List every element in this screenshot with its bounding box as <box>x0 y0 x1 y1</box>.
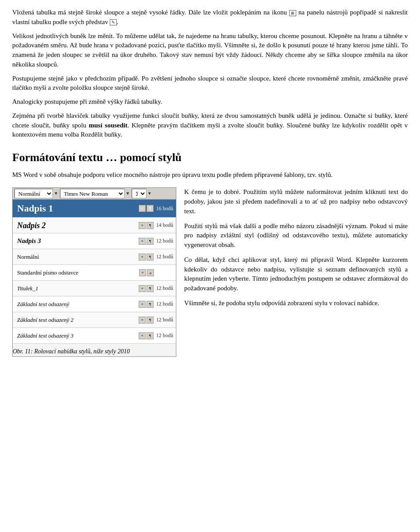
align-icon-zakladni3[interactable]: ≡ <box>139 332 146 339</box>
style-size-nadpis1: 16 bodů <box>156 205 176 212</box>
style-size-nadpis3: 12 bodů <box>156 237 176 245</box>
para-5: Zejména při tvorbě hlaviček tabulky využ… <box>12 111 408 140</box>
style-row-normal[interactable]: Normální ≡ ¶ 12 bodů <box>13 249 176 265</box>
style-rows-list: Nadpis 1 ≡ ¶ 16 bodů Nadpis 2 ≡ ¶ <box>13 200 176 344</box>
section-heading: Formátování textu … pomocí stylů <box>12 149 408 166</box>
style-icons-titulek: ≡ ¶ <box>136 284 156 293</box>
style-panel[interactable]: Normální ▼ Times New Roman ▼ 12 ▼ Nadpis… <box>12 187 176 356</box>
style-size-normal: 12 bodů <box>156 253 176 261</box>
table-icon-inline: ⊞ <box>289 10 296 16</box>
size-dropdown[interactable]: 12 <box>132 189 147 198</box>
style-row-zakladni3[interactable]: Základní text odsazený 3 ≡ ¶ 12 bodů <box>13 328 176 344</box>
align-icon-titulek[interactable]: ≡ <box>139 285 146 292</box>
align-icon-normal[interactable]: ≡ <box>139 254 146 261</box>
right-para-4: Všimněte si, že podoba stylu odpovídá zo… <box>184 299 408 308</box>
two-col-layout: Normální ▼ Times New Roman ▼ 12 ▼ Nadpis… <box>12 187 408 356</box>
style-icons-standard: ≡ a <box>136 268 157 277</box>
char-icon-standard[interactable]: a <box>147 269 154 276</box>
style-label-normal: Normální <box>13 250 136 264</box>
align-icon-nadpis1[interactable]: ≡ <box>139 205 146 212</box>
align-icon-zakladni1[interactable]: ≡ <box>139 301 146 308</box>
style-label-nadpis3: Nadpis 3 <box>13 235 136 248</box>
font-arrow-icon: ▼ <box>126 190 130 197</box>
style-size-zakladni2: 12 bodů <box>156 316 176 324</box>
para-icon-zakladni3[interactable]: ¶ <box>147 332 154 339</box>
style-row-nadpis2[interactable]: Nadpis 2 ≡ ¶ 14 bodů <box>13 218 176 233</box>
style-icons-zakladni3: ≡ ¶ <box>136 331 156 340</box>
bold-phrase: musí sousedit <box>89 122 127 129</box>
style-row-nadpis3[interactable]: Nadpis 3 ≡ ¶ 12 bodů <box>13 233 176 249</box>
style-row-titulek[interactable]: Titulek_1 ≡ ¶ 12 bodů <box>13 281 176 296</box>
style-label-zakladni2: Základní text odsazený 2 <box>13 314 136 327</box>
para-icon-titulek[interactable]: ¶ <box>147 285 154 292</box>
style-icons-nadpis1: ≡ ¶ <box>136 204 156 213</box>
size-arrow-icon: ▼ <box>147 190 152 197</box>
style-row-nadpis1[interactable]: Nadpis 1 ≡ ¶ 16 bodů <box>13 200 176 218</box>
intro-para: MS Word v sobě obsahuje podporu velice m… <box>12 170 408 180</box>
para-icon-nadpis3[interactable]: ¶ <box>147 238 154 245</box>
right-col-text: K čemu je to dobré. Použitím stylů můžet… <box>184 187 408 313</box>
style-label-titulek: Titulek_1 <box>13 282 136 295</box>
figure-caption: Obr. 11: Rolovací nabídka stylů, níže st… <box>13 347 176 356</box>
style-size-zakladni1: 12 bodů <box>156 300 176 308</box>
align-icon-zakladni2[interactable]: ≡ <box>139 317 146 324</box>
font-dropdown[interactable]: Times New Roman <box>60 189 125 198</box>
right-para-1: K čemu je to dobré. Použitím stylů můžet… <box>184 187 408 216</box>
style-label-nadpis1: Nadpis 1 <box>13 200 136 217</box>
style-dropdown[interactable]: Normální <box>14 189 53 198</box>
style-size-nadpis2: 14 bodů <box>156 222 176 229</box>
style-icons-normal: ≡ ¶ <box>136 253 156 261</box>
right-para-3: Co dělat, když chci aplikovat styl, kter… <box>184 255 408 293</box>
draw-icon-inline: ✎ <box>110 19 117 25</box>
para-icon-zakladni1[interactable]: ¶ <box>147 301 154 308</box>
style-icons-nadpis3: ≡ ¶ <box>136 237 156 246</box>
right-para-2: Použití stylů má však další a podle mého… <box>184 222 408 250</box>
style-row-zakladni1[interactable]: Základní text odsazený ≡ ¶ 12 bodů <box>13 296 176 312</box>
style-label-zakladni3: Základní text odsazený 3 <box>13 329 136 342</box>
style-panel-toolbar: Normální ▼ Times New Roman ▼ 12 ▼ <box>13 188 176 200</box>
main-content: Vložená tabulka má stejně široké sloupce… <box>12 8 408 357</box>
para-icon-zakladni2[interactable]: ¶ <box>147 317 154 324</box>
style-size-titulek: 12 bodů <box>156 285 176 292</box>
style-icons-nadpis2: ≡ ¶ <box>136 221 156 230</box>
style-label-nadpis2: Nadpis 2 <box>13 218 136 233</box>
para-3: Postupujeme stejně jako v předchozím pří… <box>12 74 408 93</box>
style-icons-zakladni2: ≡ ¶ <box>136 316 156 324</box>
para-icon-normal[interactable]: ¶ <box>147 254 154 261</box>
align-icon-standard[interactable]: ≡ <box>139 269 146 276</box>
style-icons-zakladni1: ≡ ¶ <box>136 300 156 309</box>
style-row-zakladni2[interactable]: Základní text odsazený 2 ≡ ¶ 12 bodů <box>13 312 176 328</box>
style-label-zakladni1: Základní text odsazený <box>13 298 136 311</box>
style-label-standard: Standardní písmo odstavce <box>13 266 136 279</box>
align-icon-nadpis3[interactable]: ≡ <box>139 238 146 245</box>
style-size-zakladni3: 12 bodů <box>156 332 176 339</box>
para-icon-nadpis2[interactable]: ¶ <box>147 222 154 229</box>
style-arrow-icon: ▼ <box>54 190 58 197</box>
para-icon-nadpis1[interactable]: ¶ <box>147 205 154 212</box>
align-icon-nadpis2[interactable]: ≡ <box>139 222 146 229</box>
style-row-standard[interactable]: Standardní písmo odstavce ≡ a <box>13 265 176 281</box>
para-2: Velikost jednotlivých buněk lze měnit. T… <box>12 32 408 70</box>
para-4: Analogicky postupujeme při změně výšky ř… <box>12 97 408 107</box>
para-1: Vložená tabulka má stejně široké sloupce… <box>12 8 408 27</box>
